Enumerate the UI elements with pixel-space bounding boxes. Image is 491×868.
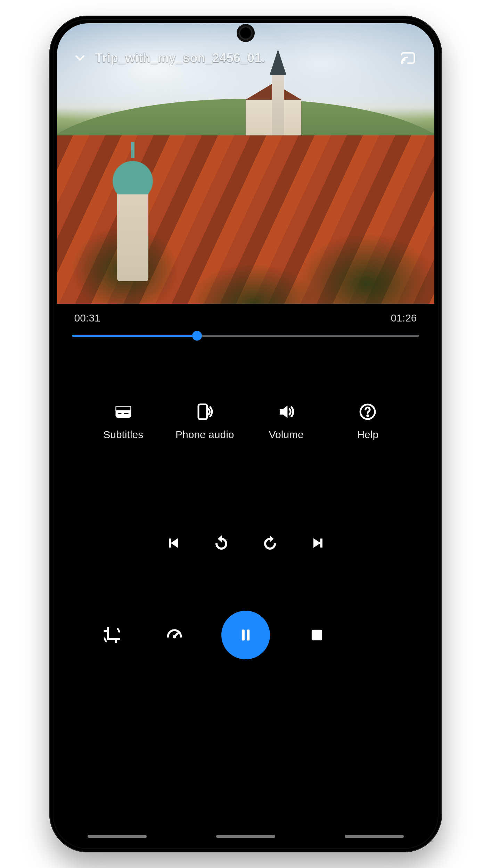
help-icon <box>358 402 378 422</box>
help-label: Help <box>357 429 378 441</box>
rewind-button[interactable] <box>209 531 234 555</box>
stop-button[interactable] <box>301 619 333 651</box>
screen: Trip_with_my_son_2456_01. 00:3 <box>57 23 434 845</box>
svg-rect-5 <box>198 404 207 419</box>
seek-thumb[interactable] <box>192 331 202 341</box>
front-camera <box>239 26 253 40</box>
svg-rect-9 <box>242 629 244 641</box>
seek-progress <box>72 335 197 337</box>
volume-label: Volume <box>269 429 304 441</box>
skip-next-button[interactable] <box>306 531 331 555</box>
video-title: Trip_with_my_son_2456_01. <box>95 51 265 65</box>
forward-button[interactable] <box>258 531 282 555</box>
svg-rect-3 <box>118 412 122 414</box>
svg-rect-2 <box>116 406 131 410</box>
transport-row <box>72 531 419 555</box>
volume-icon <box>276 402 296 422</box>
controls-panel: 00:31 01:26 Subtitles <box>57 304 434 845</box>
phone-frame: Trip_with_my_son_2456_01. 00:3 <box>49 16 442 852</box>
svg-rect-4 <box>123 412 129 414</box>
phone-audio-label: Phone audio <box>175 429 234 441</box>
phone-audio-icon <box>195 402 215 422</box>
subtitles-button[interactable]: Subtitles <box>96 402 151 441</box>
main-controls-row <box>72 611 419 659</box>
svg-rect-11 <box>312 630 322 640</box>
crop-rotate-button[interactable] <box>96 619 128 651</box>
time-row: 00:31 01:26 <box>72 312 419 324</box>
seek-bar[interactable] <box>72 329 419 343</box>
cast-icon[interactable] <box>399 49 417 67</box>
skip-previous-button[interactable] <box>161 531 185 555</box>
collapse-icon[interactable] <box>71 49 89 67</box>
options-row: Subtitles Phone audio <box>72 402 419 441</box>
svg-point-0 <box>401 61 403 64</box>
svg-point-7 <box>367 415 369 417</box>
current-time: 00:31 <box>74 312 100 324</box>
subtitles-icon <box>113 402 133 422</box>
playback-speed-button[interactable] <box>159 619 190 651</box>
volume-button[interactable]: Volume <box>259 402 314 441</box>
subtitles-label: Subtitles <box>103 429 143 441</box>
phone-audio-button[interactable]: Phone audio <box>177 402 232 441</box>
video-preview[interactable]: Trip_with_my_son_2456_01. <box>57 23 434 304</box>
top-bar: Trip_with_my_son_2456_01. <box>57 44 434 72</box>
total-time: 01:26 <box>391 312 417 324</box>
svg-point-8 <box>173 635 175 638</box>
help-button[interactable]: Help <box>340 402 395 441</box>
pause-button[interactable] <box>221 611 270 659</box>
gesture-nav-bar <box>57 835 434 838</box>
svg-rect-10 <box>247 629 249 641</box>
